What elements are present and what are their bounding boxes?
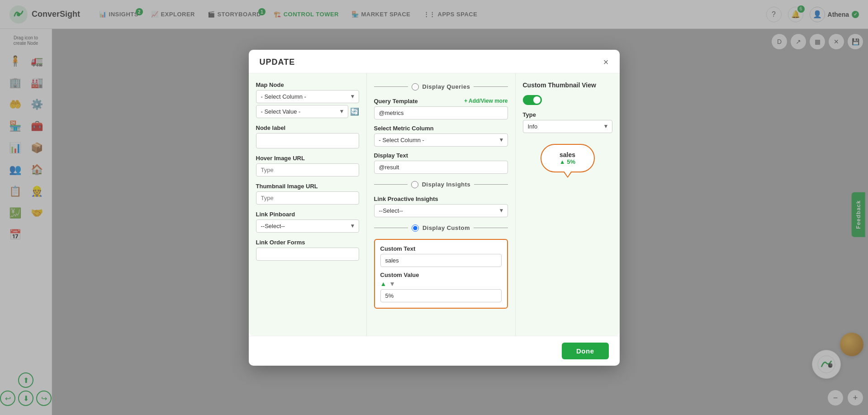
arrow-up-icon[interactable]: ▲ bbox=[380, 280, 387, 287]
toggle-knob bbox=[533, 96, 541, 104]
update-modal: UPDATE × Map Node - Select Column - ▼ bbox=[249, 50, 620, 366]
node-label-label: Node label bbox=[256, 124, 359, 131]
custom-value-label: Custom Value bbox=[380, 272, 502, 278]
thumbnail-preview: sales ▲ 5% bbox=[523, 144, 612, 172]
query-template-label: Query Template bbox=[374, 98, 418, 105]
thumbnail-view-title: Custom Thumbnail View bbox=[523, 81, 612, 89]
link-pinboard-select[interactable]: --Select-- bbox=[256, 219, 359, 233]
custom-value-group: Custom Value ▲ ▼ bbox=[380, 272, 502, 302]
custom-value-input[interactable] bbox=[380, 289, 502, 302]
display-custom-box: Custom Text Custom Value ▲ ▼ bbox=[374, 239, 508, 309]
link-proactive-group: Link Proactive Insights --Select-- ▼ bbox=[374, 196, 508, 217]
modal-header: UPDATE × bbox=[249, 50, 620, 73]
modal-close-button[interactable]: × bbox=[603, 57, 609, 67]
select-value-row: - Select Value - ▼ 🔄 bbox=[256, 105, 359, 118]
modal-overlay: UPDATE × Map Node - Select Column - ▼ bbox=[0, 0, 868, 415]
bubble-value: ▲ 5% bbox=[551, 158, 584, 165]
select-metric-column-group: Select Metric Column - Select Column - ▼ bbox=[374, 125, 508, 147]
bubble-text: sales bbox=[551, 151, 584, 158]
bubble-value-text: 5% bbox=[567, 158, 575, 165]
link-order-forms-group: Link Order Forms bbox=[256, 239, 359, 261]
panel-left: Map Node - Select Column - ▼ - Select Va… bbox=[249, 73, 366, 336]
custom-text-input[interactable] bbox=[380, 254, 502, 267]
type-select[interactable]: Info Warning Success Error bbox=[523, 120, 612, 133]
hover-image-url-group: Hover Image URL bbox=[256, 155, 359, 176]
panel-right: Custom Thumbnail View Type Info Warning … bbox=[516, 73, 620, 336]
refresh-button[interactable]: 🔄 bbox=[350, 107, 359, 116]
bubble-arrow-up-icon: ▲ bbox=[560, 158, 565, 165]
speech-bubble: sales ▲ 5% bbox=[541, 144, 595, 172]
display-text-input[interactable] bbox=[374, 161, 508, 174]
select-metric-column-select[interactable]: - Select Column - bbox=[374, 134, 508, 147]
map-node-group: Map Node - Select Column - ▼ - Select Va… bbox=[256, 81, 359, 118]
map-node-select-wrap: - Select Column - ▼ bbox=[256, 90, 359, 103]
panel-middle: Display Queries Query Template + Add/Vie… bbox=[366, 73, 516, 336]
add-view-more-link[interactable]: + Add/View more bbox=[464, 98, 508, 104]
map-node-label: Map Node bbox=[256, 81, 359, 88]
custom-text-label: Custom Text bbox=[380, 245, 502, 252]
display-insights-radio[interactable] bbox=[411, 181, 418, 188]
type-label: Type bbox=[523, 111, 612, 118]
modal-title: UPDATE bbox=[260, 57, 295, 67]
custom-value-arrows: ▲ ▼ bbox=[380, 280, 502, 287]
link-pinboard-group: Link Pinboard --Select-- ▼ bbox=[256, 211, 359, 233]
thumbnail-image-url-label: Thumbnail Image URL bbox=[256, 183, 359, 190]
thumbnail-image-url-group: Thumbnail Image URL bbox=[256, 183, 359, 205]
link-order-forms-input[interactable] bbox=[256, 248, 359, 261]
display-insights-label: Display Insights bbox=[422, 181, 471, 188]
link-proactive-label: Link Proactive Insights bbox=[374, 196, 508, 202]
display-text-label: Display Text bbox=[374, 152, 508, 159]
link-order-forms-label: Link Order Forms bbox=[256, 239, 359, 246]
modal-footer: Done bbox=[249, 336, 620, 366]
display-custom-divider: Display Custom bbox=[374, 224, 508, 232]
map-node-select[interactable]: - Select Column - bbox=[256, 90, 359, 103]
divider-line-right bbox=[474, 86, 508, 87]
node-label-input[interactable] bbox=[256, 133, 359, 148]
display-custom-radio[interactable] bbox=[412, 224, 419, 232]
query-template-input[interactable] bbox=[374, 106, 508, 119]
query-template-header: Query Template + Add/View more bbox=[374, 98, 508, 105]
display-custom-label: Display Custom bbox=[422, 224, 470, 231]
display-insights-divider: Display Insights bbox=[374, 181, 508, 188]
thumbnail-toggle[interactable] bbox=[523, 95, 542, 105]
modal-body: Map Node - Select Column - ▼ - Select Va… bbox=[249, 73, 620, 336]
query-template-group: Query Template + Add/View more bbox=[374, 98, 508, 119]
display-queries-divider: Display Queries bbox=[374, 83, 508, 91]
display-queries-radio[interactable] bbox=[412, 83, 419, 91]
node-label-group: Node label bbox=[256, 124, 359, 148]
display-queries-label: Display Queries bbox=[422, 83, 470, 90]
thumbnail-toggle-wrap bbox=[523, 95, 612, 105]
hover-image-url-label: Hover Image URL bbox=[256, 155, 359, 162]
link-pinboard-label: Link Pinboard bbox=[256, 211, 359, 218]
select-value-select[interactable]: - Select Value - bbox=[256, 105, 348, 118]
display-text-group: Display Text bbox=[374, 152, 508, 174]
arrow-down-icon[interactable]: ▼ bbox=[389, 280, 395, 287]
thumbnail-image-url-input[interactable] bbox=[256, 191, 359, 205]
divider-line-left bbox=[374, 86, 408, 87]
select-metric-column-label: Select Metric Column bbox=[374, 125, 508, 132]
link-proactive-select[interactable]: --Select-- bbox=[374, 204, 508, 217]
custom-text-group: Custom Text bbox=[380, 245, 502, 267]
type-group: Type Info Warning Success Error ▼ bbox=[523, 111, 612, 133]
hover-image-url-input[interactable] bbox=[256, 163, 359, 176]
done-button[interactable]: Done bbox=[562, 343, 609, 359]
